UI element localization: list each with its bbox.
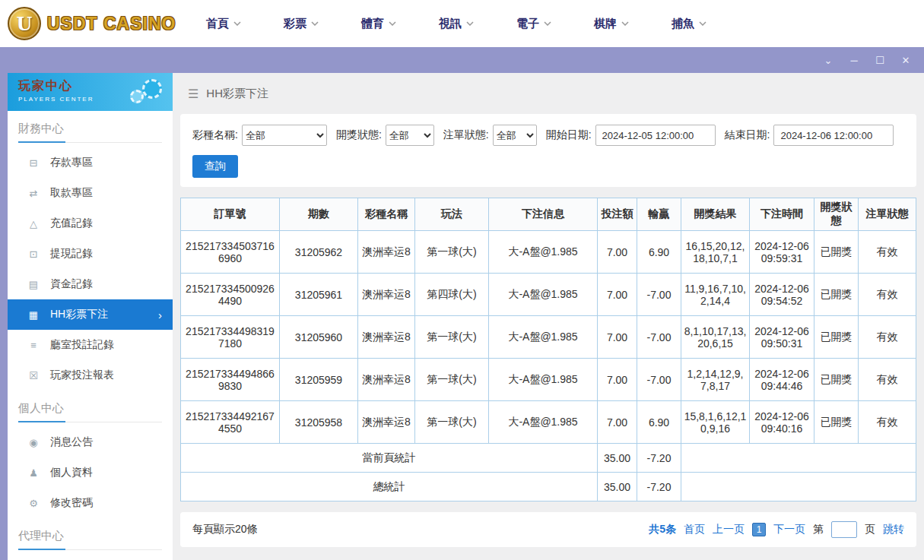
room-bet-record-icon: ≡ [27, 340, 40, 351]
sidebar-item-label: 存款專區 [50, 156, 93, 169]
per-page-label: 每頁顯示20條 [192, 523, 258, 536]
nav-item-sports[interactable]: 體育 [361, 17, 396, 31]
header-amount: 投注額 [598, 198, 637, 231]
cell-bet-time: 2024-12-06 09:54:52 [750, 274, 814, 316]
gear-icon: ⚙ [27, 498, 40, 509]
header-order-status: 注單狀態 [859, 198, 916, 231]
nav-label: 視訊 [439, 17, 462, 31]
end-date-label: 結束日期: [725, 128, 770, 142]
cell-bet-time: 2024-12-06 09:59:31 [750, 231, 814, 274]
cell-bet-info: 大-A盤@1.985 [489, 359, 598, 401]
section-agent-center: 代理中心 [18, 529, 162, 550]
cell-play: 第四球(大) [415, 274, 489, 316]
nav-label: 彩票 [284, 17, 306, 31]
sidebar-item-label: 資金記錄 [50, 277, 93, 291]
first-page-link[interactable]: 首页 [684, 523, 705, 536]
cell-result: 15,8,1,6,12,10,9,16 [681, 401, 750, 444]
funds-record-icon: ▤ [27, 279, 40, 290]
sidebar-item-label: 提現記錄 [50, 247, 93, 261]
table-row: 2152173345009264490 31205961 澳洲幸运8 第四球(大… [181, 274, 916, 316]
sidebar-item-change-password[interactable]: ⚙ 修改密碼 [8, 488, 173, 518]
table-row: 2152173344983197180 31205960 澳洲幸运8 第一球(大… [181, 316, 916, 359]
draw-status-select[interactable]: 全部 [386, 125, 434, 146]
sidebar-item-funds-record[interactable]: ▤ 資金記錄 [8, 269, 173, 299]
next-page-link[interactable]: 下一页 [773, 523, 805, 536]
chevron-down-icon [466, 21, 474, 26]
nav-item-home[interactable]: 首頁 [206, 17, 241, 31]
window-collapse-icon[interactable]: ⌄ [822, 55, 834, 65]
lottery-select-label: 彩種名稱: [192, 128, 238, 142]
cell-order-no: 2152173345009264490 [181, 274, 280, 316]
deposit-card-icon: ⊟ [27, 157, 40, 169]
cell-draw-status: 已開獎 [814, 401, 859, 444]
prev-page-link[interactable]: 上一页 [713, 523, 745, 536]
sidebar-item-topup-record[interactable]: △ 充值記錄 [8, 208, 173, 239]
cell-bet-info: 大-A盤@1.985 [489, 316, 598, 359]
nav-label: 棋牌 [594, 17, 617, 31]
sidebar-item-profile[interactable]: ♟ 個人資料 [8, 457, 173, 488]
cell-lottery: 澳洲幸运8 [358, 359, 415, 401]
table-row: 2152173344921674550 31205958 澳洲幸运8 第一球(大… [181, 401, 916, 444]
window-maximize-icon[interactable]: ☐ [874, 55, 886, 65]
window-minimize-icon[interactable]: ─ [848, 55, 860, 65]
page-summary-row: 當前頁統計 35.00 -7.20 [181, 444, 916, 473]
page-jump-input[interactable] [831, 521, 857, 538]
player-center-header: 玩家中心 PLAYERS CENTER [8, 73, 173, 111]
sidebar-item-withdraw[interactable]: ⇄ 取款專區 [8, 178, 173, 208]
jump-suffix-label: 页 [865, 523, 875, 536]
nav-item-cards[interactable]: 棋牌 [594, 17, 629, 31]
filter-panel: 彩種名稱: 全部 開獎狀態: 全部 注單狀態: 全部 開始日期: 結束日期: 查… [180, 114, 916, 187]
bet-records-table: 訂單號 期數 彩種名稱 玩法 下注信息 投注額 輸贏 開獎結果 下注時間 開獎狀… [180, 198, 916, 501]
table-header-row: 訂單號 期數 彩種名稱 玩法 下注信息 投注額 輸贏 開獎結果 下注時間 開獎狀… [181, 198, 916, 231]
nav-item-lottery[interactable]: 彩票 [284, 17, 319, 31]
hamburger-menu-icon[interactable]: ☰ [188, 87, 198, 101]
breadcrumb: ☰ HH彩票下注 [173, 73, 924, 114]
nav-item-fishing[interactable]: 捕魚 [672, 17, 706, 31]
total-summary-amount: 35.00 [598, 473, 637, 501]
cell-period: 31205961 [280, 274, 358, 316]
cell-play: 第一球(大) [415, 316, 489, 359]
sidebar-item-announcements[interactable]: ◉ 消息公告 [8, 427, 173, 457]
order-status-select-label: 注單狀態: [443, 128, 489, 142]
order-status-select[interactable]: 全部 [493, 125, 537, 146]
total-summary-label: 總統計 [181, 473, 598, 501]
total-count-label: 共5条 [649, 523, 676, 536]
sidebar-item-withdraw-record[interactable]: ⊡ 提現記錄 [8, 239, 173, 269]
jump-button[interactable]: 跳转 [883, 523, 904, 536]
sidebar-item-bet-report[interactable]: ☒ 玩家投注報表 [8, 360, 173, 391]
current-page-badge[interactable]: 1 [752, 523, 766, 536]
cell-draw-status: 已開獎 [814, 359, 859, 401]
search-button[interactable]: 查詢 [192, 155, 238, 178]
logo-icon: U [8, 7, 41, 40]
cell-win-loss: 6.90 [637, 401, 681, 444]
cell-order-status: 有效 [859, 359, 916, 401]
cell-win-loss: -7.00 [637, 274, 681, 316]
cell-draw-status: 已開獎 [814, 274, 859, 316]
sidebar-item-deposit[interactable]: ⊟ 存款專區 [8, 147, 173, 178]
cell-play: 第一球(大) [415, 231, 489, 274]
cell-draw-status: 已開獎 [814, 316, 859, 359]
cell-bet-time: 2024-12-06 09:50:31 [750, 316, 814, 359]
sidebar-item-hh-lottery-bet[interactable]: ▦ HH彩票下注 › [8, 299, 173, 330]
sidebar-item-room-bet-record[interactable]: ≡ 廳室投註記錄 [8, 330, 173, 360]
cell-bet-info: 大-A盤@1.985 [489, 231, 598, 274]
end-date-input[interactable] [773, 125, 894, 146]
start-date-label: 開始日期: [546, 128, 592, 142]
cell-result: 8,1,10,17,13,20,6,15 [681, 316, 750, 359]
cell-play: 第一球(大) [415, 359, 489, 401]
withdraw-icon: ⇄ [27, 188, 40, 199]
page-summary-amount: 35.00 [598, 444, 637, 473]
cell-period: 31205959 [280, 359, 358, 401]
draw-status-select-label: 開獎狀態: [336, 128, 382, 142]
window-close-icon[interactable]: ✕ [900, 55, 912, 65]
sidebar-item-label: 廳室投註記錄 [50, 338, 114, 352]
poker-chip-icon [142, 79, 162, 99]
start-date-input[interactable] [595, 125, 716, 146]
nav-item-slots[interactable]: 電子 [516, 17, 551, 31]
nav-item-video[interactable]: 視訊 [439, 17, 474, 31]
bet-report-icon: ☒ [27, 370, 40, 381]
content-area: ☰ HH彩票下注 彩種名稱: 全部 開獎狀態: 全部 注單狀態: 全部 開始日期… [173, 73, 924, 560]
cell-bet-info: 大-A盤@1.985 [489, 401, 598, 444]
page-summary-label: 當前頁統計 [181, 444, 598, 473]
lottery-select[interactable]: 全部 [242, 125, 327, 146]
